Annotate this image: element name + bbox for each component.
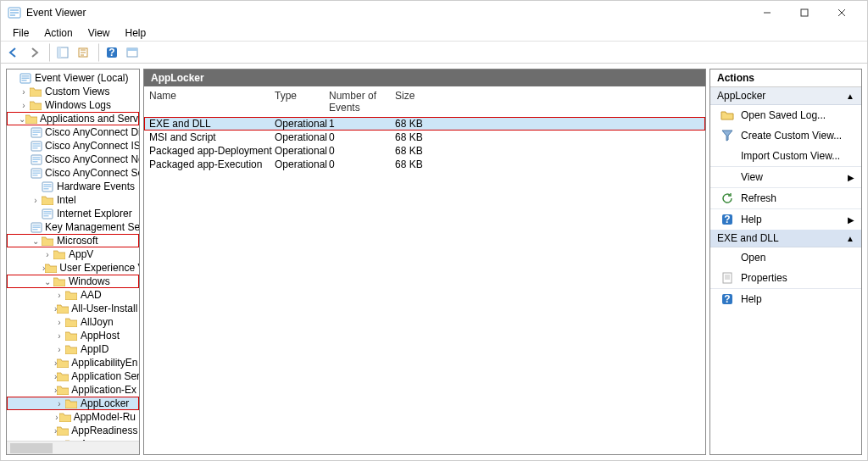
tree-item-windows_logs[interactable]: ›Windows Logs (7, 98, 139, 112)
svg-rect-28 (33, 157, 41, 158)
tree-item-appmodel[interactable]: ›AppModel-Ru (7, 410, 139, 424)
folder-icon (45, 262, 57, 274)
export-button[interactable] (74, 43, 92, 62)
folder-icon (29, 86, 42, 97)
tree-item-cisco_sec[interactable]: Cisco AnyConnect Sec (7, 166, 139, 180)
chevron-right-icon[interactable]: › (19, 101, 29, 110)
tree-item-appser[interactable]: ›Application Ser (7, 369, 139, 383)
tree-item-appv[interactable]: ›AppV (7, 247, 139, 261)
tree-item-ie[interactable]: Internet Explorer (7, 207, 139, 220)
tree-item-aad[interactable]: ›AAD (7, 288, 139, 302)
action-help2[interactable]: ? Help (710, 288, 861, 309)
menu-help[interactable]: Help (119, 25, 153, 41)
tree-item-label: Windows (69, 275, 110, 287)
actions-section-exe-dll[interactable]: EXE and DLL▲ (710, 230, 861, 247)
cell-num: 0 (329, 158, 395, 170)
tree-item-label: Cisco AnyConnect Sec (45, 167, 139, 179)
submenu-arrow-icon: ▶ (848, 173, 854, 182)
svg-rect-18 (22, 80, 27, 81)
log-icon (31, 153, 42, 165)
svg-rect-46 (33, 229, 38, 230)
tree-item-apps_services[interactable]: ⌄Applications and Services (7, 112, 139, 125)
tree-item-appid[interactable]: ›AppID (7, 342, 139, 356)
tree-horizontal-scrollbar[interactable] (7, 441, 139, 454)
cell-num: 0 (329, 145, 395, 157)
menu-action[interactable]: Action (37, 25, 79, 41)
action-open-saved-log[interactable]: Open Saved Log... (710, 105, 861, 125)
chevron-down-icon[interactable]: ⌄ (31, 236, 41, 246)
chevron-down-icon[interactable]: ⌄ (19, 114, 25, 124)
chevron-right-icon[interactable]: › (54, 318, 64, 327)
chevron-right-icon[interactable]: › (54, 345, 64, 354)
menu-view[interactable]: View (81, 25, 117, 41)
back-button[interactable] (4, 43, 23, 62)
tree-item-label: Custom Views (45, 86, 109, 97)
action-open[interactable]: Open (710, 247, 861, 268)
menu-file[interactable]: File (6, 25, 36, 41)
svg-rect-22 (33, 134, 38, 136)
log-row[interactable]: MSI and ScriptOperational068 KB (144, 131, 705, 144)
cell-name: EXE and DLL (149, 118, 275, 130)
eventviewer-icon (19, 72, 32, 84)
col-type[interactable]: Type (275, 90, 329, 114)
chevron-right-icon[interactable]: › (42, 250, 53, 259)
tree[interactable]: Event Viewer (Local)›Custom Views›Window… (7, 69, 139, 441)
folder-icon (57, 370, 69, 382)
svg-rect-24 (33, 143, 41, 145)
tree-item-cisco_net[interactable]: Cisco AnyConnect Net (7, 153, 139, 166)
svg-rect-34 (33, 175, 38, 176)
svg-rect-25 (33, 145, 41, 147)
tree-item-cisco_ise[interactable]: Cisco AnyConnect ISE (7, 139, 139, 153)
col-name[interactable]: Name (149, 90, 275, 114)
tree-item-apphost[interactable]: ›AppHost (7, 329, 139, 342)
tree-item-intel[interactable]: ›Intel (7, 193, 139, 207)
col-size[interactable]: Size (395, 90, 446, 114)
chevron-right-icon[interactable]: › (54, 399, 64, 408)
tree-item-alljoyn[interactable]: ›AllJoyn (7, 315, 139, 329)
action-help[interactable]: ? Help ▶ (710, 208, 861, 230)
svg-rect-42 (44, 215, 49, 217)
folder-icon (64, 397, 78, 409)
tree-item-label: Hardware Events (57, 181, 135, 192)
tree-item-applicen[interactable]: ›ApplicabilityEn (7, 356, 139, 369)
window-title: Event Viewer (26, 7, 748, 19)
maximize-button[interactable] (786, 1, 823, 25)
tree-item-alluser[interactable]: ›All-User-Install (7, 302, 139, 315)
tree-item-appex[interactable]: ›Application-Ex (7, 383, 139, 397)
tree-item-applocker[interactable]: ›AppLocker (7, 397, 139, 410)
tree-item-windows[interactable]: ⌄Windows (7, 275, 139, 288)
forward-button[interactable] (25, 43, 43, 62)
tree-item-root[interactable]: Event Viewer (Local) (7, 71, 139, 85)
help-button[interactable]: ? (103, 43, 121, 62)
props-button[interactable] (123, 43, 142, 62)
action-view[interactable]: View ▶ (710, 166, 861, 187)
tree-item-kms[interactable]: Key Management Serv (7, 220, 139, 234)
action-import-custom-view[interactable]: Import Custom View... (710, 146, 861, 166)
action-properties[interactable]: Properties (710, 268, 861, 288)
tree-item-hardware_events[interactable]: Hardware Events (7, 180, 139, 193)
svg-rect-33 (33, 172, 41, 174)
actions-section-applocker[interactable]: AppLocker▲ (710, 87, 861, 105)
minimize-button[interactable] (748, 1, 786, 25)
log-row[interactable]: Packaged app-DeploymentOperational068 KB (144, 144, 705, 158)
log-row[interactable]: EXE and DLLOperational168 KB (144, 117, 705, 131)
action-create-custom-view[interactable]: Create Custom View... (710, 125, 861, 146)
close-button[interactable] (823, 1, 860, 25)
chevron-right-icon[interactable]: › (31, 196, 41, 205)
chevron-down-icon[interactable]: ⌄ (42, 277, 53, 286)
col-num[interactable]: Number of Events (329, 90, 395, 114)
tree-item-label: Microsoft (57, 235, 98, 247)
show-hide-tree-button[interactable] (53, 43, 72, 62)
actions-pane: Actions AppLocker▲ Open Saved Log... Cre… (709, 69, 862, 455)
tree-item-microsoft[interactable]: ⌄Microsoft (7, 234, 139, 247)
action-refresh[interactable]: Refresh (710, 187, 861, 208)
tree-item-cisco_dial[interactable]: Cisco AnyConnect Dia (7, 125, 139, 139)
log-row[interactable]: Packaged app-ExecutionOperational068 KB (144, 158, 705, 171)
tree-item-custom_views[interactable]: ›Custom Views (7, 85, 139, 98)
tree-item-appread[interactable]: ›AppReadiness (7, 424, 139, 437)
tree-item-uev[interactable]: ›User Experience Vi (7, 261, 139, 275)
chevron-right-icon[interactable]: › (19, 87, 29, 97)
chevron-right-icon[interactable]: › (54, 291, 64, 300)
chevron-right-icon[interactable]: › (54, 331, 64, 341)
log-icon (41, 208, 54, 219)
